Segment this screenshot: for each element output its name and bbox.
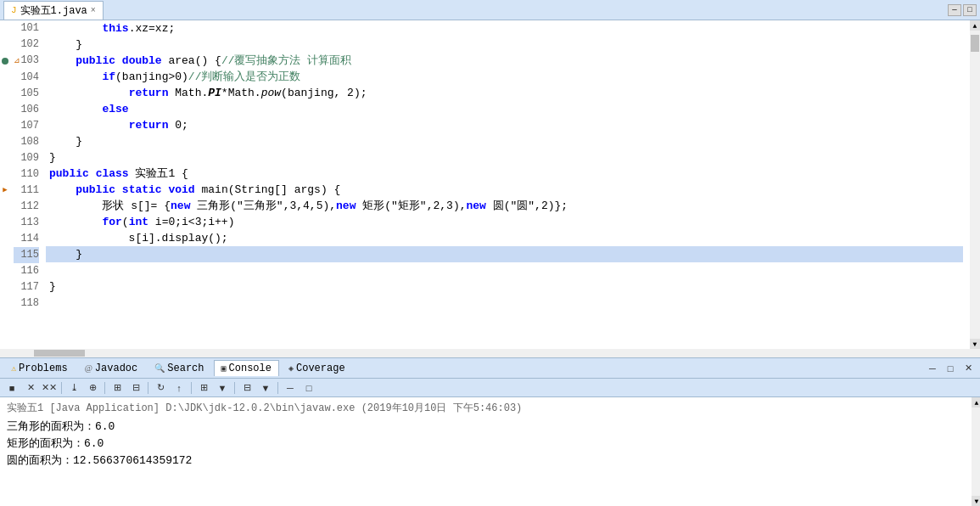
maximize-button[interactable]: □: [963, 4, 977, 16]
gutter-empty: [0, 230, 10, 246]
gutter-empty: [0, 85, 10, 101]
hscroll-thumb[interactable]: [34, 350, 85, 357]
gutter-empty: [0, 149, 10, 166]
code-line: else: [46, 101, 963, 117]
tab-console[interactable]: ▣ Console: [214, 360, 279, 376]
remove-all-btn[interactable]: ✕✕: [41, 380, 58, 396]
tab-label-problems: Problems: [19, 363, 68, 374]
scroll-up-arrow[interactable]: ▲: [970, 20, 980, 31]
console-icon: ▣: [221, 363, 227, 374]
rerun-btn[interactable]: ↻: [152, 380, 169, 396]
gutter-empty: [0, 262, 10, 278]
bottom-tabs: ⚠ Problems @ Javadoc 🔍 Search ▣ Console …: [0, 358, 980, 379]
toolbar-separator: [191, 382, 192, 394]
tab-label-console: Console: [229, 363, 272, 374]
gutter-arrow: ▶: [0, 182, 10, 198]
console-scroll-track: [972, 408, 980, 496]
code-line: }: [46, 133, 963, 149]
code-line: s[i].display();: [46, 230, 963, 246]
tab-controls: ─ □ ✕: [924, 361, 977, 376]
gutter-empty: [0, 246, 10, 262]
scroll-down-arrow[interactable]: ▼: [970, 339, 980, 349]
toolbar-separator: [104, 382, 105, 394]
collapse-btn[interactable]: ⊟: [127, 380, 144, 396]
gutter-empty: [0, 101, 10, 117]
editor-tab[interactable]: J 实验五1.java ×: [3, 1, 104, 20]
toolbar-separator: [234, 382, 235, 394]
code-line: }: [46, 278, 963, 295]
layout-btn[interactable]: ⊞: [109, 380, 126, 396]
scroll-thumb[interactable]: [971, 35, 979, 52]
gutter-empty: [0, 295, 10, 311]
tab-problems[interactable]: ⚠ Problems: [3, 360, 76, 377]
gutter-empty: [0, 198, 10, 214]
tab-javadoc[interactable]: @ Javadoc: [77, 360, 146, 377]
code-line: return Math.PI*Math.pow(banjing, 2);: [46, 85, 963, 101]
toolbar-separator: [61, 382, 62, 394]
close-view-btn[interactable]: ✕: [960, 361, 977, 376]
more-btn[interactable]: ▼: [257, 380, 274, 396]
code-line: public class 实验五1 {: [46, 166, 963, 182]
coverage-icon: ◈: [288, 363, 294, 374]
gutter-empty: [0, 69, 10, 85]
bottom-panel: ⚠ Problems @ Javadoc 🔍 Search ▣ Console …: [0, 357, 980, 506]
code-line: public double area() {//覆写抽象方法 计算面积: [46, 53, 963, 69]
down-btn[interactable]: ▼: [214, 380, 231, 396]
gutter-empty: [0, 214, 10, 230]
tab-close-icon[interactable]: ×: [91, 6, 96, 15]
gutter-empty: [0, 133, 10, 149]
gutter-empty: [0, 278, 10, 295]
window-controls: ─ □: [948, 4, 977, 16]
console-output-line: 矩形的面积为：6.0: [7, 436, 965, 453]
gutter-empty: [0, 166, 10, 182]
toolbar-separator: [148, 382, 148, 394]
tab-label-javadoc: Javadoc: [95, 363, 137, 374]
code-line: }: [46, 37, 963, 53]
stop-btn[interactable]: ■: [3, 380, 20, 396]
search-icon: 🔍: [154, 363, 165, 374]
remove-btn[interactable]: ✕: [22, 380, 39, 396]
tab-search[interactable]: 🔍 Search: [147, 360, 211, 377]
tab-label-coverage: Coverage: [296, 363, 345, 374]
bottom-toolbar: ■✕✕✕⤓⊕⊞⊟↻↑⊞▼⊟▼─□: [0, 379, 980, 397]
minimize-button[interactable]: ─: [948, 4, 961, 16]
console-scroll-up[interactable]: ▲: [972, 397, 980, 408]
pin-btn[interactable]: ⤓: [65, 380, 82, 396]
editor-area: ▶ 101102⊿1031041051061071081091101111121…: [0, 20, 980, 357]
gutter-empty: [0, 37, 10, 53]
line-numbers: 101102⊿103104105106107108109110111112113…: [10, 20, 46, 349]
gutter-empty: [0, 117, 10, 133]
code-line: [46, 262, 963, 278]
code-line: if(banjing>0)//判断输入是否为正数: [46, 69, 963, 85]
vertical-scrollbar[interactable]: ▲ ▼: [970, 20, 980, 349]
max-btn[interactable]: □: [300, 380, 317, 396]
options-btn[interactable]: ⊟: [238, 380, 255, 396]
maximize-view-btn[interactable]: □: [942, 361, 959, 376]
code-line: }: [46, 149, 963, 166]
console-terminated: 实验五1 [Java Application] D:\JDK\jdk-12.0.…: [7, 401, 965, 415]
add-btn[interactable]: ⊕: [84, 380, 101, 396]
code-container: ▶ 101102⊿1031041051061071081091101111121…: [0, 20, 980, 349]
scroll-track: [970, 31, 980, 339]
code-line: }: [46, 246, 963, 262]
display-btn[interactable]: ⊞: [195, 380, 212, 396]
console-output-line: 圆的面积为：12.566370614359172: [7, 453, 965, 469]
horizontal-scrollbar[interactable]: [0, 349, 980, 357]
left-gutter: ▶: [0, 20, 10, 349]
code-line: public static void main(String[] args) {: [46, 182, 963, 198]
min-btn[interactable]: ─: [282, 380, 299, 396]
code-line: return 0;: [46, 117, 963, 133]
bottom-panel-inner: 实验五1 [Java Application] D:\JDK\jdk-12.0.…: [0, 397, 980, 506]
code-lines[interactable]: this.xz=xz; } public double area() {//覆写…: [46, 20, 970, 349]
minimize-view-btn[interactable]: ─: [924, 361, 941, 376]
code-line: [46, 295, 963, 311]
tab-label: 实验五1.java: [20, 3, 87, 18]
tab-coverage[interactable]: ◈ Coverage: [281, 360, 353, 377]
console-vscroll[interactable]: ▲ ▼: [972, 397, 980, 506]
tab-label-search: Search: [167, 363, 204, 374]
console-scroll-down[interactable]: ▼: [972, 496, 980, 506]
up-btn[interactable]: ↑: [171, 380, 188, 396]
javadoc-icon: @: [85, 363, 92, 373]
gutter-circle: [0, 53, 10, 69]
gutter-empty: [0, 20, 10, 37]
